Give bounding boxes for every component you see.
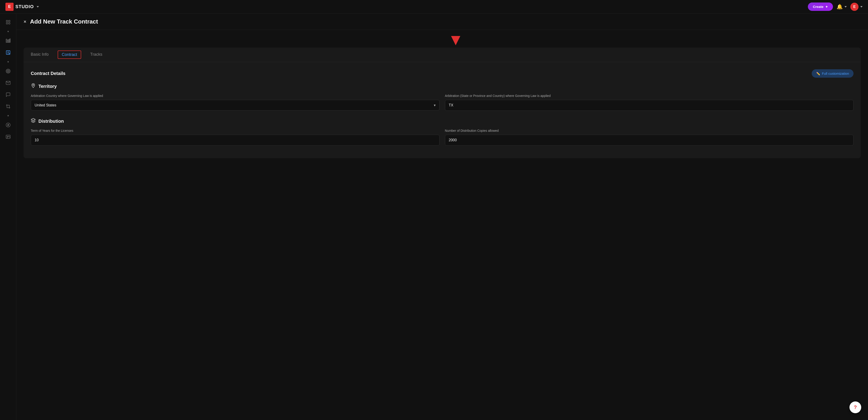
term-years-label: Term of Years for the Licenses	[31, 129, 439, 133]
term-years-group: Term of Years for the Licenses	[31, 129, 439, 146]
sidebar-dot-1	[7, 31, 9, 32]
sidebar-item-dollar[interactable]	[3, 120, 13, 130]
topnav-right: Create ✦ 🔔 E	[808, 2, 863, 11]
distribution-icon	[31, 118, 36, 124]
sidebar-item-image[interactable]	[3, 132, 13, 142]
arbitration-state-group: Arbitration (State or Province and Count…	[445, 94, 854, 111]
page-header: × Add New Track Contract	[16, 13, 868, 30]
svg-point-14	[7, 136, 8, 137]
tabs: Basic Info Contract Tracks	[24, 48, 861, 62]
page-title: Add New Track Contract	[30, 18, 98, 25]
distribution-section: Distribution Term of Years for the Licen…	[31, 118, 854, 146]
chat-icon	[6, 92, 11, 97]
arbitration-country-select[interactable]: United States Canada United Kingdom Aust…	[31, 100, 439, 111]
arbitration-state-input[interactable]	[445, 100, 854, 111]
user-dropdown[interactable]: E	[850, 3, 863, 11]
bell-icon: 🔔	[837, 4, 843, 10]
distribution-copies-label: Number of Distribution Copies allowed	[445, 129, 854, 133]
full-customization-button[interactable]: ✏️ Full customization	[812, 69, 854, 78]
studio-label: STUDIO	[16, 4, 34, 9]
svg-rect-2	[6, 23, 7, 24]
arrow-annotation: ▼	[16, 30, 868, 48]
svg-point-10	[8, 71, 8, 72]
svg-rect-0	[6, 20, 7, 22]
topnav: E STUDIO Create ✦ 🔔 E	[0, 0, 868, 13]
territory-title: Territory	[38, 84, 57, 89]
svg-point-15	[33, 84, 34, 86]
notifications-dropdown[interactable]: 🔔	[837, 4, 847, 10]
territory-title-row: Territory	[31, 83, 854, 89]
create-label: Create	[813, 5, 824, 9]
crop-icon	[6, 104, 11, 109]
tab-tracks[interactable]: Tracks	[90, 48, 102, 62]
user-chevron	[860, 6, 863, 7]
distribution-title-row: Distribution	[31, 118, 854, 124]
sidebar-item-chat[interactable]	[3, 90, 13, 100]
arbitration-country-select-wrapper: United States Canada United Kingdom Aust…	[31, 100, 439, 111]
create-button[interactable]: Create ✦	[808, 2, 833, 11]
contracts-icon	[6, 50, 11, 55]
image-icon	[6, 134, 11, 139]
svg-rect-3	[8, 23, 10, 24]
logo-box: E	[5, 3, 13, 11]
svg-rect-5	[7, 40, 8, 43]
sidebar-dot-3	[7, 115, 9, 116]
sidebar-item-bars[interactable]	[3, 36, 13, 46]
red-arrow-icon: ▼	[448, 32, 464, 48]
sidebar-item-email[interactable]	[3, 78, 13, 88]
sidebar-dot-2	[7, 61, 9, 62]
sidebar-item-grid[interactable]	[3, 17, 13, 27]
arbitration-state-label: Arbitration (State or Province and Count…	[445, 94, 854, 97]
section-header: Contract Details ✏️ Full customization	[31, 69, 854, 78]
logo-letter: E	[8, 4, 11, 9]
distribution-form-row: Term of Years for the Licenses Number of…	[31, 129, 854, 146]
target-icon	[6, 68, 11, 74]
sidebar-item-targeting[interactable]	[3, 66, 13, 76]
tab-contract[interactable]: Contract	[58, 51, 81, 59]
dollar-icon	[6, 122, 11, 128]
tab-basic-info[interactable]: Basic Info	[31, 48, 49, 62]
svg-rect-4	[6, 39, 7, 43]
distribution-copies-group: Number of Distribution Copies allowed	[445, 129, 854, 146]
form-container: Basic Info Contract Tracks Contract Deta…	[24, 48, 861, 158]
studio-dropdown-chevron[interactable]	[37, 6, 39, 7]
term-years-input[interactable]	[31, 135, 439, 146]
sidebar-item-crop[interactable]	[3, 102, 13, 111]
svg-point-9	[7, 70, 9, 73]
arbitration-country-group: Arbitration Country where Governing Law …	[31, 94, 439, 111]
bars-icon	[6, 38, 11, 43]
user-avatar: E	[850, 3, 859, 11]
form-body: Contract Details ✏️ Full customization	[24, 62, 861, 158]
contract-details-title: Contract Details	[31, 71, 65, 76]
sidebar-item-contracts[interactable]	[3, 48, 13, 57]
main-layout: × Add New Track Contract ▼ Basic Info Co…	[0, 13, 868, 420]
email-icon	[6, 80, 11, 85]
avatar-letter: E	[853, 5, 856, 9]
distribution-title: Distribution	[38, 119, 64, 124]
close-button[interactable]: ×	[24, 19, 27, 24]
arbitration-country-label: Arbitration Country where Governing Law …	[31, 94, 439, 97]
sidebar	[0, 13, 16, 420]
pencil-icon: ✏️	[816, 72, 820, 75]
distribution-copies-input[interactable]	[445, 135, 854, 146]
svg-rect-1	[8, 20, 10, 22]
territory-form-row: Arbitration Country where Governing Law …	[31, 94, 854, 111]
grid-icon	[6, 20, 11, 25]
location-icon	[31, 83, 36, 89]
svg-rect-6	[8, 39, 9, 43]
topnav-left: E STUDIO	[5, 3, 39, 11]
territory-section: Territory Arbitration Country where Gove…	[31, 83, 854, 111]
sparkle-icon: ✦	[825, 5, 828, 9]
svg-rect-7	[10, 39, 10, 43]
help-icon: ?	[854, 404, 857, 410]
bell-chevron	[844, 6, 847, 7]
help-button[interactable]: ?	[849, 401, 861, 413]
content-area: × Add New Track Contract ▼ Basic Info Co…	[16, 13, 868, 420]
